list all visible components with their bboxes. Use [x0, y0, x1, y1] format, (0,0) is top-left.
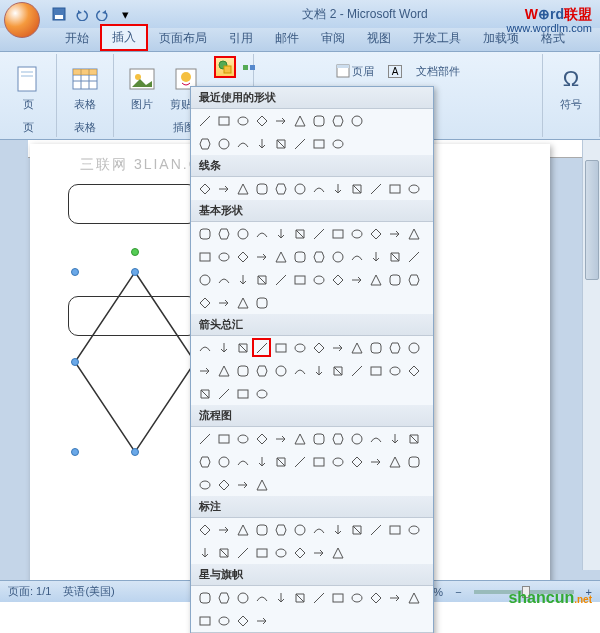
shape-option[interactable] [290, 224, 309, 243]
shape-option[interactable] [347, 588, 366, 607]
shape-option[interactable] [214, 224, 233, 243]
shape-option[interactable] [309, 361, 328, 380]
shape-option[interactable] [252, 543, 271, 562]
shape-option[interactable] [385, 247, 404, 266]
shapes-button[interactable] [214, 56, 236, 78]
shape-option[interactable] [271, 179, 290, 198]
shape-option[interactable] [385, 338, 404, 357]
shape-option[interactable] [366, 588, 385, 607]
shape-option[interactable] [366, 338, 385, 357]
picture-button[interactable]: 图片 [120, 57, 164, 119]
shape-option[interactable] [214, 429, 233, 448]
rounded-rect-shape-1[interactable] [68, 184, 198, 224]
shape-option[interactable] [385, 452, 404, 471]
shape-option[interactable] [252, 293, 271, 312]
shape-option[interactable] [195, 543, 214, 562]
shape-option[interactable] [309, 247, 328, 266]
shape-option[interactable] [366, 452, 385, 471]
shape-option[interactable] [290, 338, 309, 357]
shape-option[interactable] [328, 543, 347, 562]
shape-option[interactable] [385, 224, 404, 243]
shape-option[interactable] [214, 270, 233, 289]
shape-option[interactable] [252, 224, 271, 243]
resize-handle-nw[interactable] [71, 268, 79, 276]
zoom-out-button[interactable]: − [455, 586, 461, 598]
shape-option[interactable] [385, 179, 404, 198]
shape-option[interactable] [195, 111, 214, 130]
shape-option[interactable] [309, 224, 328, 243]
resize-handle-w[interactable] [71, 358, 79, 366]
shape-option-down-arrow[interactable] [252, 338, 271, 357]
shape-option[interactable] [233, 475, 252, 494]
shape-option[interactable] [385, 361, 404, 380]
shape-option[interactable] [366, 361, 385, 380]
pages-button[interactable]: 页 [6, 56, 50, 118]
shape-option[interactable] [252, 134, 271, 153]
shape-option[interactable] [328, 270, 347, 289]
shape-option[interactable] [309, 588, 328, 607]
shape-option[interactable] [347, 270, 366, 289]
shape-option[interactable] [328, 247, 347, 266]
shape-option[interactable] [252, 475, 271, 494]
shape-option[interactable] [290, 361, 309, 380]
shape-option[interactable] [290, 247, 309, 266]
shape-option[interactable] [233, 361, 252, 380]
shape-option[interactable] [404, 338, 423, 357]
shape-option[interactable] [328, 361, 347, 380]
shape-option[interactable] [404, 588, 423, 607]
table-button[interactable]: 表格 [63, 56, 107, 118]
header-button[interactable]: 页眉 [331, 60, 379, 82]
shape-option[interactable] [233, 179, 252, 198]
tab-home[interactable]: 开始 [54, 26, 100, 51]
shape-option[interactable] [233, 270, 252, 289]
shape-option[interactable] [347, 452, 366, 471]
resize-handle-s[interactable] [131, 448, 139, 456]
shape-option[interactable] [271, 543, 290, 562]
shape-option[interactable] [290, 543, 309, 562]
shape-option[interactable] [309, 338, 328, 357]
shape-option[interactable] [404, 429, 423, 448]
shape-option[interactable] [233, 111, 252, 130]
shape-option[interactable] [233, 429, 252, 448]
shape-option[interactable] [214, 111, 233, 130]
shape-option[interactable] [309, 520, 328, 539]
shape-option[interactable] [195, 520, 214, 539]
shape-option[interactable] [328, 338, 347, 357]
shape-option[interactable] [233, 224, 252, 243]
shape-option[interactable] [347, 224, 366, 243]
shape-option[interactable] [214, 543, 233, 562]
shape-option[interactable] [214, 611, 233, 630]
shape-option[interactable] [347, 247, 366, 266]
shape-option[interactable] [309, 543, 328, 562]
shape-option[interactable] [271, 224, 290, 243]
shape-option[interactable] [309, 179, 328, 198]
shape-option[interactable] [290, 179, 309, 198]
shape-option[interactable] [233, 338, 252, 357]
shape-option[interactable] [252, 588, 271, 607]
shape-option[interactable] [290, 452, 309, 471]
resize-handle-n[interactable] [131, 268, 139, 276]
shape-option[interactable] [309, 270, 328, 289]
shape-option[interactable] [366, 224, 385, 243]
vertical-scrollbar[interactable] [582, 140, 600, 570]
diamond-shape-selected[interactable] [70, 262, 200, 462]
shape-option[interactable] [195, 429, 214, 448]
qat-customize-icon[interactable]: ▾ [116, 5, 134, 23]
shape-option[interactable] [195, 293, 214, 312]
shape-option[interactable] [195, 224, 214, 243]
shape-option[interactable] [214, 247, 233, 266]
shape-option[interactable] [271, 338, 290, 357]
shape-option[interactable] [252, 452, 271, 471]
shape-option[interactable] [233, 293, 252, 312]
shape-option[interactable] [271, 361, 290, 380]
shape-option[interactable] [252, 429, 271, 448]
shape-option[interactable] [309, 134, 328, 153]
shape-option[interactable] [404, 452, 423, 471]
shape-option[interactable] [290, 588, 309, 607]
shape-option[interactable] [385, 270, 404, 289]
tab-insert[interactable]: 插入 [100, 24, 148, 51]
shape-option[interactable] [290, 134, 309, 153]
shape-option[interactable] [328, 588, 347, 607]
shape-option[interactable] [404, 224, 423, 243]
shape-option[interactable] [290, 520, 309, 539]
